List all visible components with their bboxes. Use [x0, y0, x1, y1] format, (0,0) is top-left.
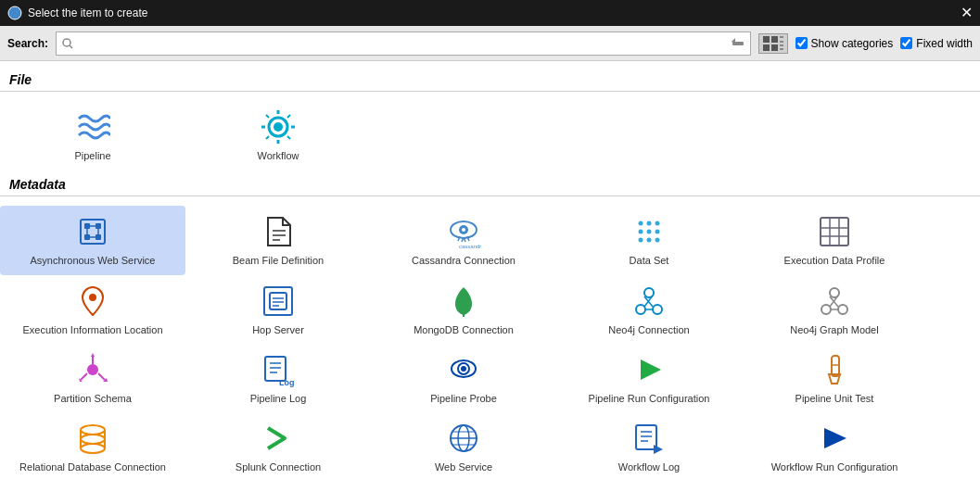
mongodb-connection-icon	[445, 283, 482, 320]
item-pipeline-unit-test[interactable]: Pipeline Unit Test	[742, 344, 927, 412]
item-workflow[interactable]: Workflow	[185, 101, 371, 170]
svg-rect-26	[84, 234, 90, 240]
svg-marker-108	[654, 445, 663, 454]
neo4j-graph-model-icon	[816, 283, 853, 320]
item-pipeline[interactable]: Pipeline	[0, 101, 185, 170]
show-categories-label: Show categories	[811, 37, 894, 50]
pipeline-run-config-icon	[630, 351, 668, 388]
item-neo4j-connection-label: Neo4j Connection	[608, 323, 689, 336]
section-header-file: File	[0, 69, 980, 92]
close-button[interactable]: ✕	[961, 6, 973, 20]
pipeline-icon	[74, 108, 111, 145]
svg-point-0	[8, 6, 21, 19]
svg-point-49	[639, 238, 643, 243]
svg-rect-23	[81, 220, 105, 244]
svg-line-21	[287, 136, 290, 139]
svg-rect-6	[771, 36, 778, 43]
svg-rect-10	[780, 41, 783, 43]
item-pipeline-run-config-label: Pipeline Run Configuration	[589, 392, 710, 405]
search-icon	[62, 38, 73, 49]
item-neo4j-connection[interactable]: Neo4j Connection	[556, 275, 742, 344]
item-neo4j-graph-model-label: Neo4j Graph Model	[790, 323, 878, 336]
item-web-service[interactable]: Web Service	[371, 412, 556, 479]
svg-point-71	[838, 305, 847, 314]
item-splunk-connection[interactable]: Splunk Connection	[185, 412, 371, 479]
item-pipeline-log-label: Pipeline Log	[250, 392, 307, 405]
item-cassandra-connection[interactable]: cassandra Cassandra Connection	[371, 206, 556, 274]
item-beam-file-definition[interactable]: Beam File Definition	[185, 206, 371, 274]
svg-rect-59	[270, 293, 286, 309]
svg-rect-12	[780, 48, 783, 50]
item-pipeline-log[interactable]: Log Pipeline Log	[185, 344, 371, 412]
metadata-items-grid: Asynchronous Web Service Beam File Defin…	[0, 202, 980, 479]
show-categories-checkbox[interactable]	[795, 37, 808, 49]
svg-point-46	[639, 230, 643, 234]
item-relational-db-connection[interactable]: Relational Database Connection	[0, 412, 185, 479]
svg-line-20	[266, 136, 269, 139]
svg-line-79	[98, 373, 105, 380]
item-pipeline-probe[interactable]: Pipeline Probe	[371, 344, 556, 412]
item-cassandra-connection-label: Cassandra Connection	[412, 254, 515, 267]
item-web-service-label: Web Service	[435, 460, 492, 473]
svg-rect-8	[771, 44, 778, 51]
svg-point-43	[639, 221, 643, 226]
section-header-metadata: Metadata	[0, 173, 980, 196]
svg-rect-7	[763, 44, 770, 51]
relational-db-connection-icon	[74, 420, 111, 457]
svg-point-51	[655, 238, 660, 243]
svg-point-95	[81, 435, 105, 444]
item-partition-schema[interactable]: Partition Schema	[0, 344, 185, 412]
item-execution-data-profile[interactable]: Execution Data Profile	[742, 206, 927, 274]
neo4j-connection-icon	[630, 283, 668, 320]
svg-point-1	[63, 39, 70, 46]
web-service-icon	[445, 420, 482, 457]
execution-data-profile-icon	[816, 213, 853, 250]
show-categories-row: Show categories	[795, 37, 894, 50]
fixed-width-row: Fixed width	[900, 37, 973, 50]
main-content: File Pipeline	[0, 61, 980, 479]
cassandra-connection-icon: cassandra	[445, 213, 482, 250]
item-partition-schema-label: Partition Schema	[54, 392, 132, 405]
svg-line-19	[287, 115, 290, 118]
item-workflow-run-config-label: Workflow Run Configuration	[771, 460, 898, 473]
view-toggle-button[interactable]	[758, 33, 788, 54]
svg-point-65	[653, 305, 662, 314]
svg-marker-109	[824, 428, 846, 448]
item-workflow-log[interactable]: Workflow Log	[556, 412, 742, 479]
clear-search-icon[interactable]	[732, 37, 745, 50]
item-mongodb-connection-label: MongoDB Connection	[414, 323, 514, 336]
async-web-service-icon	[74, 213, 111, 250]
svg-rect-92	[832, 356, 839, 376]
item-async-web-service[interactable]: Asynchronous Web Service	[0, 206, 185, 274]
item-workflow-run-config[interactable]: Workflow Run Configuration	[742, 412, 927, 479]
grid-view-icon	[763, 36, 783, 51]
item-execution-info-location[interactable]: Execution Information Location	[0, 275, 185, 344]
item-pipeline-run-config[interactable]: Pipeline Run Configuration	[556, 344, 742, 412]
titlebar-left: Select the item to create	[7, 6, 147, 20]
execution-info-location-icon	[74, 283, 111, 320]
partition-schema-icon	[74, 351, 111, 388]
pipeline-probe-icon	[445, 351, 482, 388]
item-relational-db-connection-label: Relational Database Connection	[19, 460, 166, 473]
item-async-web-service-label: Asynchronous Web Service	[31, 254, 156, 267]
item-mongodb-connection[interactable]: MongoDB Connection	[371, 275, 556, 344]
svg-point-45	[655, 221, 660, 226]
svg-point-94	[81, 425, 105, 435]
item-execution-data-profile-label: Execution Data Profile	[784, 254, 885, 267]
svg-rect-24	[84, 223, 90, 229]
svg-rect-104	[636, 425, 656, 449]
workflow-icon	[260, 108, 297, 145]
hop-server-icon	[260, 283, 297, 320]
item-neo4j-graph-model[interactable]: Neo4j Graph Model	[742, 275, 927, 344]
svg-rect-52	[821, 218, 848, 246]
search-input[interactable]	[77, 37, 728, 50]
item-pipeline-unit-test-label: Pipeline Unit Test	[795, 392, 874, 405]
svg-text:cassandra: cassandra	[459, 244, 481, 249]
svg-rect-58	[264, 287, 292, 315]
splunk-connection-icon	[260, 420, 297, 457]
item-data-set[interactable]: Data Set	[556, 206, 742, 274]
fixed-width-checkbox[interactable]	[900, 37, 912, 49]
svg-rect-9	[780, 36, 783, 38]
item-hop-server[interactable]: Hop Server	[185, 275, 371, 344]
toolbar-right: Show categories Fixed width	[758, 33, 973, 54]
